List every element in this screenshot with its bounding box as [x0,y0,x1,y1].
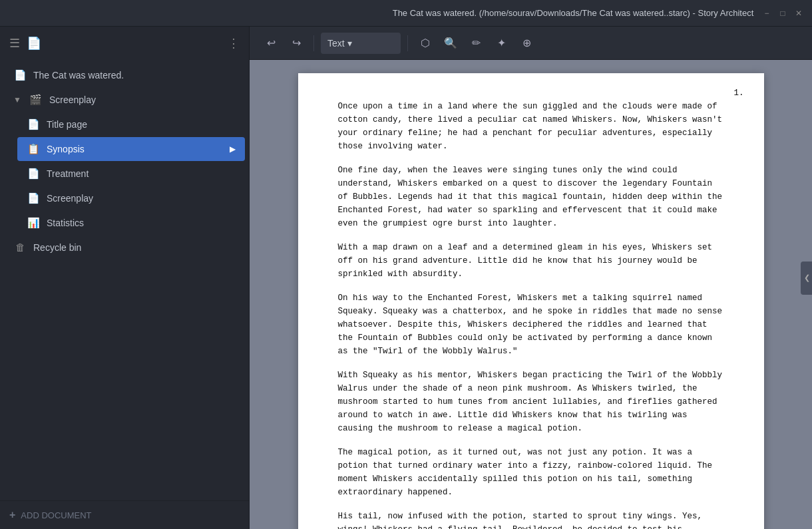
titlebar-title: The Cat was watered. (/home/sourav/Downl… [385,8,761,18]
layers-icon: ⬡ [421,37,430,49]
chevron-down-icon: ▼ [13,95,21,104]
redo-button[interactable]: ↪ [286,33,307,54]
sidebar-main-doc-label: The Cat was watered. [33,70,236,81]
main-doc-icon: 📄 [13,69,27,81]
pen-button[interactable]: ✏ [465,33,487,54]
hamburger-icon[interactable]: ☰ [9,36,20,51]
sidebar-statistics-label: Statistics [47,218,236,228]
paragraph-1: Once upon a time in a land where the sun… [338,100,724,153]
text-style-label: Text [327,38,345,49]
document-icon: 📄 [27,36,41,51]
editor-toolbar: ↩ ↪ Text ▾ ⬡ 🔍 ✏ ✦ ⊕ [250,27,812,60]
page-number: 1. [733,87,743,100]
paragraph-7: His tail, now infused with the potion, s… [338,510,724,529]
sidebar-screenplay-child-label: Screenplay [47,193,236,204]
target-button[interactable]: ⊕ [516,33,537,54]
sidebar-item-synopsis[interactable]: 📋 Synopsis ▶ [17,137,245,161]
sidebar-item-treatment[interactable]: 📄 Treatment [17,162,245,186]
add-icon: + [9,509,15,521]
title-page-icon: 📄 [27,118,40,130]
screenplay-child-icon: 📄 [27,192,40,204]
text-style-dropdown[interactable]: Text ▾ [321,33,401,54]
collapse-chevron-icon: ❮ [804,273,810,282]
sidebar-header-left: ☰ 📄 [9,36,41,51]
main-layout: ☰ 📄 ⋮ 📄 The Cat was watered. ▼ 🎬 Screenp… [0,27,812,529]
sidebar-item-main-doc[interactable]: 📄 The Cat was watered. [4,63,245,87]
statistics-icon: 📊 [27,217,40,229]
titlebar: The Cat was watered. (/home/sourav/Downl… [0,0,812,27]
sidebar-items: 📄 The Cat was watered. ▼ 🎬 Screenplay 📄 … [0,60,249,500]
layers-button[interactable]: ⬡ [415,33,436,54]
content-area: ↩ ↪ Text ▾ ⬡ 🔍 ✏ ✦ ⊕ [250,27,812,529]
document-container[interactable]: 1. Once upon a time in a land where the … [250,60,812,529]
toolbar-separator-2 [407,35,408,51]
treatment-icon: 📄 [27,168,40,180]
sidebar-item-screenplay-parent[interactable]: ▼ 🎬 Screenplay [4,88,245,112]
document-page: 1. Once upon a time in a land where the … [298,73,764,529]
sidebar-collapse-toggle[interactable]: ❮ [801,262,812,295]
sidebar-item-screenplay-child[interactable]: 📄 Screenplay [17,186,245,210]
paragraph-3: With a map drawn on a leaf and a determi… [338,241,724,281]
sidebar-options-icon[interactable]: ⋮ [228,36,240,51]
sidebar-synopsis-label: Synopsis [47,144,223,154]
screenplay-parent-icon: 🎬 [29,94,43,106]
undo-button[interactable]: ↩ [260,33,282,54]
add-document-button[interactable]: + ADD DOCUMENT [0,500,249,529]
search-button[interactable]: 🔍 [440,33,461,54]
synopsis-arrow-icon: ▶ [230,144,236,154]
minimize-button[interactable]: − [761,8,772,19]
paragraph-2: One fine day, when the leaves were singi… [338,164,724,230]
sidebar-children: 📄 Title page 📋 Synopsis ▶ 📄 Treatment 📄 [0,112,249,235]
sidebar-title-page-label: Title page [47,119,236,130]
wand-button[interactable]: ✦ [491,33,512,54]
add-document-label: ADD DOCUMENT [21,510,91,520]
paragraph-6: The magical potion, as it turned out, wa… [338,446,724,499]
sidebar-header: ☰ 📄 ⋮ [0,27,249,60]
sidebar-treatment-label: Treatment [47,168,236,179]
sidebar-item-recycle-bin[interactable]: 🗑 Recycle bin [4,236,245,259]
maximize-button[interactable]: □ [777,8,788,19]
sidebar: ☰ 📄 ⋮ 📄 The Cat was watered. ▼ 🎬 Screenp… [0,27,250,529]
sidebar-item-title-page[interactable]: 📄 Title page [17,112,245,136]
sidebar-item-statistics[interactable]: 📊 Statistics [17,211,245,235]
close-button[interactable]: ✕ [793,8,804,19]
sidebar-recycle-bin-label: Recycle bin [33,242,236,253]
screenplay-parent-label: Screenplay [49,94,236,105]
paragraph-5: With Squeaky as his mentor, Whiskers beg… [338,369,724,435]
wand-icon: ✦ [497,37,506,49]
target-icon: ⊕ [522,37,531,49]
pen-icon: ✏ [472,37,481,49]
paragraph-4: On his way to the Enchanted Forest, Whis… [338,291,724,358]
toolbar-separator-1 [313,35,314,51]
synopsis-icon: 📋 [27,143,40,155]
search-icon: 🔍 [444,37,457,49]
recycle-bin-icon: 🗑 [13,242,27,253]
titlebar-controls: − □ ✕ [761,8,804,19]
dropdown-arrow-icon: ▾ [347,38,352,49]
